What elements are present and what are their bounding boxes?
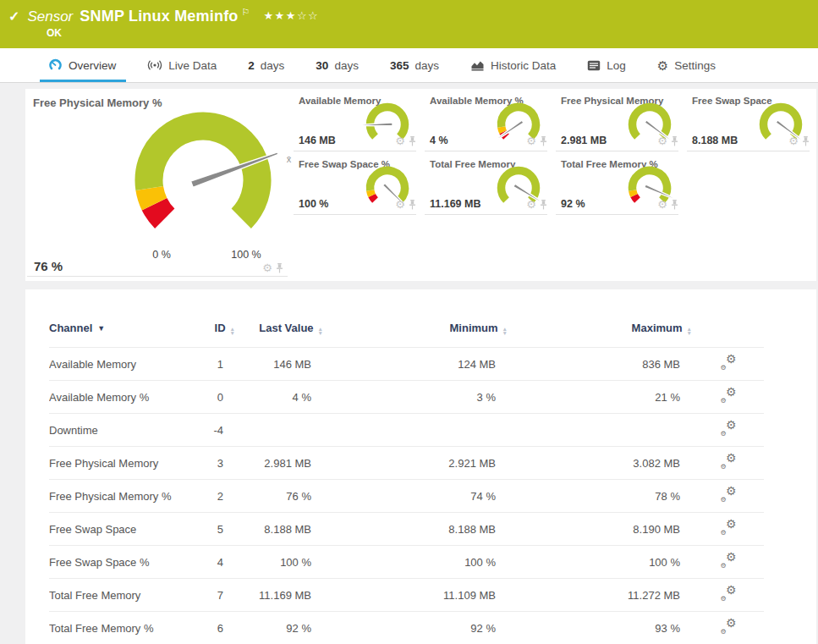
tab-2-days[interactable]: 2days xyxy=(248,48,284,82)
cell-max: 11.272 MB xyxy=(508,579,692,612)
table-row: Free Physical Memory32.981 MB2.921 MB3.0… xyxy=(49,447,764,480)
tab-label: Settings xyxy=(674,59,716,72)
cell-min xyxy=(323,414,508,447)
channel-settings-icon[interactable]: ⚙⚙ xyxy=(720,421,737,436)
ok-check-icon: ✓ xyxy=(8,8,19,25)
cell-actions: ⚙⚙ xyxy=(692,513,764,546)
column-header-minimum[interactable]: Minimum▲▼ xyxy=(323,322,508,348)
gear-icon[interactable]: ⚙ xyxy=(657,199,667,210)
column-header-channel[interactable]: Channel▼ xyxy=(49,322,195,348)
cell-last xyxy=(235,414,323,447)
divider xyxy=(556,151,678,151)
gauge-tile-free-physical-memory: Free Physical Memory 2.981 MB ⚙ xyxy=(554,89,685,152)
flag-icon[interactable]: ⚐ xyxy=(242,7,250,18)
sort-icon: ▲▼ xyxy=(502,327,508,335)
cell-id: 4 xyxy=(195,546,235,579)
gear-icon[interactable]: ⚙ xyxy=(657,135,667,146)
channel-settings-icon[interactable]: ⚙⚙ xyxy=(720,619,737,634)
tab-log[interactable]: Log xyxy=(587,48,626,82)
gauge-tile-available-memory: Available Memory 146 MB ⚙ xyxy=(292,89,423,152)
column-header-maximum[interactable]: Maximum▲▼ xyxy=(508,322,692,348)
cell-last: 4 % xyxy=(235,381,323,414)
cell-channel: Total Free Memory xyxy=(49,579,195,612)
channel-settings-icon[interactable]: ⚙⚙ xyxy=(720,586,737,601)
table-row: Total Free Memory %692 %92 %93 %⚙⚙ xyxy=(49,612,764,644)
cell-max: 21 % xyxy=(508,381,692,414)
tab-30-days[interactable]: 30days xyxy=(316,48,359,82)
gear-icon[interactable]: ⚙ xyxy=(395,199,405,210)
tab-365-days[interactable]: 365days xyxy=(390,48,439,82)
tab-historic-data[interactable]: Historic Data xyxy=(470,48,556,82)
divider xyxy=(687,151,810,151)
gauge-value: 76 % xyxy=(34,259,63,273)
gear-icon[interactable]: ⚙ xyxy=(788,135,799,146)
tab-label: days xyxy=(414,59,439,72)
channel-settings-icon[interactable]: ⚙⚙ xyxy=(720,487,737,502)
cell-channel: Free Physical Memory % xyxy=(49,480,195,513)
gear-icon[interactable]: ⚙ xyxy=(395,135,405,146)
cell-channel: Free Physical Memory xyxy=(49,447,195,480)
sensor-status-text: OK xyxy=(47,27,818,39)
channel-settings-icon[interactable]: ⚙⚙ xyxy=(720,520,737,535)
cell-last: 146 MB xyxy=(235,348,323,381)
gear-icon: ⚙ xyxy=(657,59,668,72)
priority-stars[interactable]: ★★★☆☆ xyxy=(263,9,319,22)
cell-id: 3 xyxy=(195,447,235,480)
gear-icon[interactable]: ⚙ xyxy=(262,262,272,273)
cell-actions: ⚙⚙ xyxy=(692,348,764,381)
gear-icon[interactable]: ⚙ xyxy=(526,135,536,146)
divider xyxy=(556,214,678,215)
tab-bar: OverviewLive Data2days30days365daysHisto… xyxy=(0,48,818,83)
table-row: Available Memory %04 %3 %21 %⚙⚙ xyxy=(49,381,764,414)
pin-icon[interactable] xyxy=(671,136,678,146)
cell-id: -4 xyxy=(195,414,235,447)
gauge-tile-total-free-memory-pct: Total Free Memory % 92 % ⚙ xyxy=(554,152,685,216)
gauge-icon xyxy=(48,58,63,72)
cell-max: 836 MB xyxy=(508,348,692,381)
cell-id: 1 xyxy=(195,348,235,381)
tab-settings[interactable]: ⚙Settings xyxy=(657,48,716,82)
gauge-value: 8.188 MB xyxy=(692,135,738,146)
pin-icon[interactable] xyxy=(276,263,283,273)
pin-icon[interactable] xyxy=(671,200,678,210)
cell-actions: ⚙⚙ xyxy=(692,447,764,480)
chart-icon xyxy=(470,59,485,71)
channel-settings-icon[interactable]: ⚙⚙ xyxy=(720,388,737,403)
tile-tools: ⚙ xyxy=(788,135,810,146)
svg-text:x̄: x̄ xyxy=(287,154,292,164)
pin-icon[interactable] xyxy=(409,136,416,146)
channel-settings-icon[interactable]: ⚙⚙ xyxy=(720,355,737,370)
cell-min: 124 MB xyxy=(323,348,508,381)
tile-tools: ⚙ xyxy=(395,135,416,146)
tab-number: 2 xyxy=(248,59,255,72)
sensor-title: SNMP Linux Meminfo xyxy=(80,8,238,25)
gauge-scale-max: 100 % xyxy=(226,249,266,261)
divider xyxy=(294,151,416,151)
gauge-tile-free-swap-space-pct: Free Swap Space % 100 % ⚙ xyxy=(292,152,423,216)
table-header-row: Channel▼ ID▲▼ Last Value▲▼ Minimum▲▼ Max… xyxy=(49,322,764,348)
cell-min: 8.188 MB xyxy=(323,513,508,546)
cell-id: 7 xyxy=(195,579,235,612)
tab-label: Overview xyxy=(69,59,116,72)
sort-icon: ▲▼ xyxy=(230,327,235,335)
table-row: Free Swap Space58.188 MB8.188 MB8.190 MB… xyxy=(49,513,764,546)
sensor-status-bar: ✓ Sensor SNMP Linux Meminfo ⚐ ★★★☆☆ OK xyxy=(0,0,818,48)
gauge-tile-free-swap-space: Free Swap Space 8.188 MB ⚙ xyxy=(685,89,816,152)
gauge-value: 100 % xyxy=(299,198,328,210)
cell-max: 93 % xyxy=(508,612,692,644)
cell-min: 74 % xyxy=(323,480,508,513)
pin-icon[interactable] xyxy=(540,136,547,146)
tab-live-data[interactable]: Live Data xyxy=(147,48,217,82)
gear-icon[interactable]: ⚙ xyxy=(526,199,536,210)
column-header-id[interactable]: ID▲▼ xyxy=(195,322,235,348)
cell-channel: Downtime xyxy=(49,414,195,447)
tab-overview[interactable]: Overview xyxy=(48,48,116,82)
channel-settings-icon[interactable]: ⚙⚙ xyxy=(720,454,737,469)
pin-icon[interactable] xyxy=(409,200,416,210)
pin-icon[interactable] xyxy=(802,136,810,146)
table-row: Total Free Memory711.169 MB11.109 MB11.2… xyxy=(49,579,764,612)
column-header-last-value[interactable]: Last Value▲▼ xyxy=(235,322,323,348)
pin-icon[interactable] xyxy=(540,200,547,210)
channel-settings-icon[interactable]: ⚙⚙ xyxy=(720,553,737,568)
cell-last: 76 % xyxy=(235,480,323,513)
